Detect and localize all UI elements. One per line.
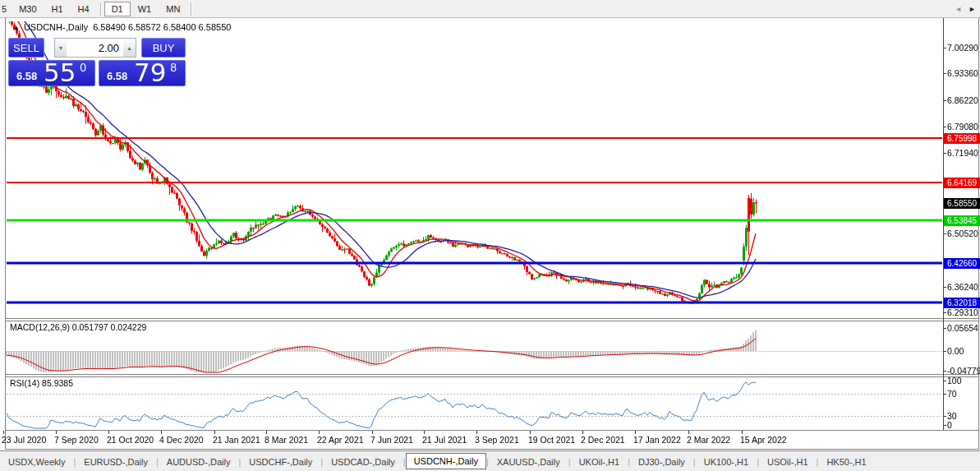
date-label: 2 Dec 2021: [581, 435, 625, 445]
volume-decrease-button[interactable]: ▼: [54, 38, 67, 58]
bid-price-big-digits: 55: [44, 58, 76, 87]
tab-usdcad-daily[interactable]: USDCAD-,Daily: [323, 454, 403, 470]
tab-uk100-h1[interactable]: UK100-,H1: [696, 454, 757, 470]
volume-input[interactable]: [67, 38, 124, 58]
date-label: 8 Mar 2021: [265, 435, 308, 445]
price-tag: 6.42660: [944, 258, 980, 269]
date-label: 4 Dec 2020: [159, 435, 204, 445]
date-label: 21 Jul 2021: [422, 435, 467, 445]
price-axis-label: 6.36240: [947, 282, 978, 292]
tab-ukoil-h1[interactable]: UKOil-,H1: [571, 454, 628, 470]
timeframe-button-mn[interactable]: MN: [159, 2, 187, 16]
sell-button[interactable]: SELL: [8, 38, 44, 58]
tab-scroll-left-icon[interactable]: ◄: [955, 5, 962, 13]
rsi-axis-label: 0: [947, 420, 952, 430]
date-label: 2 Mar 2022: [687, 435, 730, 445]
application-window: 5M30H1H4D1W1MN ▲USDCNH-,Daily6.58490 6.5…: [0, 0, 980, 471]
tab-usdx-weekly[interactable]: USDX,Weekly: [0, 454, 73, 470]
tab-audusd-daily[interactable]: AUDUSD-,Daily: [159, 454, 239, 470]
rsi-axis-label: 100: [947, 376, 962, 386]
tab-scroll-right-icon[interactable]: ►: [968, 5, 976, 13]
tab-scroll-arrows: ◄►: [955, 5, 976, 13]
price-tag: 6.58550: [944, 198, 980, 209]
date-label: 21 Oct 2020: [107, 435, 154, 445]
date-label: 15 Apr 2022: [740, 435, 787, 445]
date-label: 21 Jan 2021: [213, 435, 260, 445]
price-tag: 6.53845: [944, 215, 980, 226]
timeframe-button-h4[interactable]: H4: [71, 2, 97, 16]
tab-xauusd-daily[interactable]: XAUUSD-,Daily: [489, 454, 568, 470]
timeframe-button-h1[interactable]: H1: [44, 2, 71, 16]
chart-title: ▲USDCNH-,Daily6.58490 6.58572 6.58400 6.…: [13, 22, 231, 32]
rsi-axis-label: 70: [947, 389, 957, 399]
chevron-down-icon: ▼: [58, 45, 64, 51]
date-label: 3 Sep 2021: [475, 435, 519, 445]
title-arrow-icon[interactable]: ▲: [13, 24, 20, 31]
bid-price-prefix: 6.58: [16, 70, 37, 82]
toolbar-separator: [191, 2, 191, 16]
timeframe-toolbar: 5M30H1H4D1W1MN: [0, 0, 980, 18]
tab-dj30-daily[interactable]: DJ30-,Daily: [630, 454, 693, 470]
date-label: 7 Jun 2021: [370, 435, 413, 445]
bid-price-display[interactable]: 6.58 55 0: [8, 60, 95, 86]
price-tag: 6.64169: [944, 178, 980, 188]
tab-usoil-h1[interactable]: USOil-,H1: [759, 454, 817, 470]
price-axis-label: 6.93360: [947, 68, 978, 78]
ask-price-prefix: 6.58: [107, 70, 127, 82]
buy-button[interactable]: BUY: [141, 38, 186, 58]
ask-price-display[interactable]: 6.58 79 8: [99, 60, 186, 86]
tab-hk50-h1[interactable]: HK50-,H1: [818, 454, 874, 470]
tab-usdcnh-daily[interactable]: USDCNH-,Daily: [406, 453, 486, 469]
price-axis-label: 6.29310: [947, 307, 978, 317]
price-axis-label: 6.79080: [947, 122, 978, 132]
macd-axis-label: 0.00: [947, 346, 964, 356]
tab-usdchf-daily[interactable]: USDCHF-,Daily: [241, 454, 320, 470]
timeframe-button-m30[interactable]: M30: [12, 2, 44, 16]
chart-ohlc-values: 6.58490 6.58572 6.58400 6.58550: [93, 22, 231, 32]
bid-price-pip-digit: 0: [80, 61, 86, 74]
tab-eurusd-daily[interactable]: EURUSD-,Daily: [76, 454, 156, 470]
macd-axis-label: 0.05654: [947, 323, 978, 333]
price-tag: 6.32018: [944, 298, 980, 308]
chart-symbol-label: USDCNH-,Daily: [24, 22, 88, 32]
price-tag: 6.75998: [944, 133, 980, 144]
ask-price-big-digits: 79: [134, 58, 166, 87]
macd-indicator-label: MACD(12,26,9) 0.051797 0.024229: [10, 322, 146, 332]
timeframe-button-5[interactable]: 5: [0, 2, 12, 16]
price-axis-label: 7.00290: [947, 43, 978, 53]
ask-price-pip-digit: 8: [170, 61, 177, 74]
macd-axis-label: -0.04779: [947, 366, 980, 376]
date-label: 23 Jul 2020: [2, 435, 46, 445]
chevron-up-icon: ▲: [127, 45, 132, 51]
toolbar-separator: [100, 2, 101, 16]
date-label: 22 Apr 2021: [317, 435, 364, 445]
timeframe-button-d1[interactable]: D1: [104, 2, 131, 16]
symbol-tabbar: USDX,Weekly|EURUSD-,Daily|AUDUSD-,Daily|…: [0, 450, 980, 471]
rsi-indicator-label: RSI(14) 85.9385: [10, 378, 73, 388]
timeframe-button-w1[interactable]: W1: [131, 2, 159, 16]
price-axis-label: 6.50520: [947, 229, 978, 238]
price-axis-label: 6.86220: [947, 95, 978, 105]
date-label: 17 Jan 2022: [633, 435, 681, 445]
date-label: 19 Oct 2021: [528, 435, 575, 445]
volume-increase-button[interactable]: ▲: [123, 38, 136, 58]
date-label: 7 Sep 2020: [54, 435, 99, 445]
price-axis-label: 6.71940: [947, 148, 978, 158]
